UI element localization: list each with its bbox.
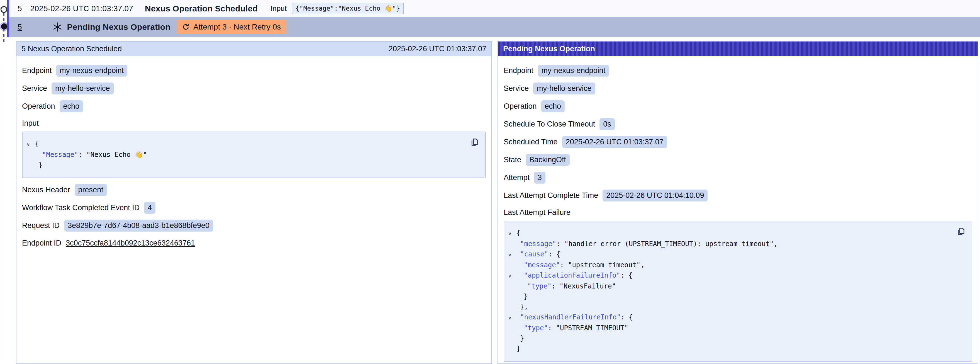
field-value-badge: my-hello-service xyxy=(533,83,595,94)
json-text: { xyxy=(517,228,520,238)
json-line: "message": "upstream timeout", xyxy=(508,260,952,270)
field-label: Request ID xyxy=(22,221,60,230)
field-value-badge: echo xyxy=(60,101,83,112)
field-row: Workflow Task Completed Event ID4 xyxy=(22,202,486,214)
chevron-slot: ∨ xyxy=(27,139,35,150)
pending-operation-row[interactable]: 5 Pending Nexus Operation Attempt 3 · Ne… xyxy=(9,17,980,37)
timeline-gutter xyxy=(0,0,11,364)
json-line: "type": "NexusFailure" xyxy=(508,281,952,292)
json-text: } xyxy=(38,160,42,170)
field-label: Operation xyxy=(22,102,55,111)
field-row: Last Attempt Complete Time2025-02-26 UTC… xyxy=(504,190,972,201)
json-key: "type" xyxy=(527,281,552,292)
field-row: Attempt3 xyxy=(504,172,972,184)
failure-section-label: Last Attempt Failure xyxy=(504,208,972,217)
event-detail-panel: 5 Nexus Operation Scheduled 2025-02-26 U… xyxy=(16,41,492,364)
field-value-badge: echo xyxy=(541,101,565,112)
json-key: "applicationFailureInfo" xyxy=(524,270,620,281)
detail-panels: 5 Nexus Operation Scheduled 2025-02-26 U… xyxy=(16,41,978,364)
collapse-chevron-icon[interactable]: ∨ xyxy=(508,252,511,257)
json-text: }, xyxy=(520,302,528,312)
json-line: ∨{ xyxy=(27,139,466,150)
json-key: "cause" xyxy=(520,249,548,259)
field-label: Nexus Header xyxy=(22,186,70,194)
json-text: : "UPSTREAM_TIMEOUT" xyxy=(548,323,628,333)
field-label: Endpoint xyxy=(504,66,533,75)
copy-icon xyxy=(956,226,966,236)
event-history-row[interactable]: 5 2025-02-26 UTC 01:03:37.07 Nexus Opera… xyxy=(9,0,980,17)
event-panel-header: 5 Nexus Operation Scheduled 2025-02-26 U… xyxy=(16,42,492,56)
event-id-link[interactable]: 5 xyxy=(18,4,22,13)
field-label: Endpoint xyxy=(22,66,52,75)
json-key: "Message" xyxy=(42,150,78,160)
field-row: Operationecho xyxy=(22,101,486,112)
field-row: StateBackingOff xyxy=(504,154,972,166)
collapse-chevron-icon[interactable]: ∨ xyxy=(508,231,511,236)
json-line: "message": "handler error (UPSTREAM_TIME… xyxy=(508,239,952,249)
chevron-slot: ∨ xyxy=(508,270,517,281)
field-value-badge: 3 xyxy=(534,172,546,184)
field-label: Service xyxy=(504,84,529,93)
json-line: ∨"nexusHandlerFailureInfo": { xyxy=(508,312,952,323)
json-line: }, xyxy=(508,302,952,312)
json-key: "nexusHandlerFailureInfo" xyxy=(520,312,620,322)
collapse-chevron-icon[interactable]: ∨ xyxy=(27,142,30,147)
json-line: } xyxy=(508,333,952,344)
input-section-label: Input xyxy=(22,119,486,128)
field-label: Workflow Task Completed Event ID xyxy=(22,203,140,212)
field-value-badge: 4 xyxy=(144,202,156,214)
field-row: Request ID3e829b7e-7d67-4b08-aad3-b1e868… xyxy=(22,220,486,231)
json-text: : "handler error (UPSTREAM_TIMEOUT): ups… xyxy=(556,239,778,249)
field-value-badge: present xyxy=(75,184,107,196)
event-input-label: Input xyxy=(270,4,286,13)
chevron-slot: ∨ xyxy=(508,228,517,239)
json-text: : { xyxy=(620,312,633,322)
failure-json-viewer: ∨{"message": "handler error (UPSTREAM_TI… xyxy=(504,221,972,362)
field-label: Endpoint ID xyxy=(22,239,61,247)
json-text: : "Nexus Echo 👋" xyxy=(78,150,147,160)
json-line: } xyxy=(508,292,952,302)
field-value-badge: 3e829b7e-7d67-4b08-aad3-b1e868bfe9e0 xyxy=(64,220,213,231)
json-text: : { xyxy=(548,249,560,259)
field-value-link[interactable]: 3c0c75ccfa8144b092c13ce632463761 xyxy=(66,239,195,247)
pending-title: Pending Nexus Operation xyxy=(67,22,170,32)
pending-panel-title: Pending Nexus Operation xyxy=(503,45,595,53)
json-line: ∨"cause": { xyxy=(508,249,952,260)
field-value-badge: 2025-02-26 UTC 01:03:37.07 xyxy=(562,136,667,148)
json-key: "message" xyxy=(520,239,556,249)
collapse-chevron-icon[interactable]: ∨ xyxy=(508,273,511,279)
event-marker-open-circle[interactable] xyxy=(0,6,7,13)
field-row: Servicemy-hello-service xyxy=(22,83,486,94)
pending-id-link[interactable]: 5 xyxy=(18,22,22,32)
json-line: ∨"applicationFailureInfo": { xyxy=(508,270,952,281)
field-label: Last Attempt Complete Time xyxy=(504,191,598,200)
field-value-badge: my-hello-service xyxy=(51,83,114,94)
json-line: "Message": "Nexus Echo 👋" xyxy=(27,150,466,160)
event-marker-filled-circle[interactable] xyxy=(1,23,7,30)
retry-icon xyxy=(181,23,190,31)
field-label: Scheduled Time xyxy=(504,138,558,146)
field-row: Schedule To Close Timeout0s xyxy=(504,118,972,130)
event-panel-title: 5 Nexus Operation Scheduled xyxy=(21,45,122,53)
field-row: Nexus Headerpresent xyxy=(22,184,486,196)
copy-button[interactable] xyxy=(469,136,481,148)
field-row: Endpointmy-nexus-endpoint xyxy=(22,65,486,77)
collapse-chevron-icon[interactable]: ∨ xyxy=(508,315,511,321)
json-text: } xyxy=(517,344,520,354)
json-text: { xyxy=(35,139,39,149)
json-line: } xyxy=(508,344,952,354)
json-text: } xyxy=(520,333,524,344)
json-text: : { xyxy=(620,270,632,281)
chevron-slot: ∨ xyxy=(508,312,517,323)
field-row: Servicemy-hello-service xyxy=(504,83,972,94)
pending-operation-panel: Pending Nexus Operation Endpointmy-nexus… xyxy=(498,41,978,364)
chevron-slot: ∨ xyxy=(508,249,517,260)
copy-button[interactable] xyxy=(955,225,967,238)
field-row: Operationecho xyxy=(504,101,972,112)
json-key: "type" xyxy=(524,323,548,333)
field-value-badge: my-nexus-endpoint xyxy=(538,65,609,77)
field-label: Schedule To Close Timeout xyxy=(504,120,595,128)
input-json-viewer: ∨{"Message": "Nexus Echo 👋"} xyxy=(22,132,486,178)
attempt-retry-label: Attempt 3 · Next Retry 0s xyxy=(193,22,281,32)
pending-panel-header: Pending Nexus Operation xyxy=(498,42,978,56)
